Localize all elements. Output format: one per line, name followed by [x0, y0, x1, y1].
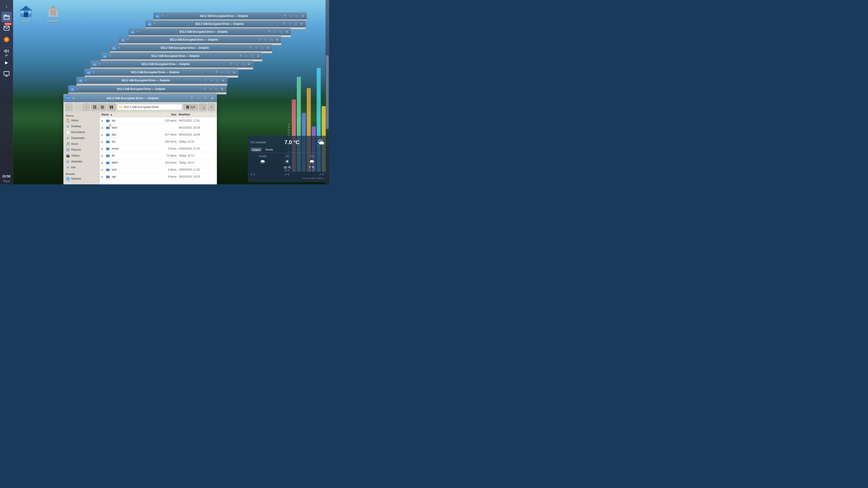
expand-icon[interactable]: ▶ — [101, 162, 105, 164]
forward-button[interactable]: → — [74, 103, 81, 111]
desktop-icon-home[interactable]: Home — [16, 4, 36, 23]
sidebar-item-kde[interactable]: ⚙ kde — [64, 164, 99, 170]
table-row[interactable]: ▶ boot 06/12/2021 19:28 — [100, 124, 217, 131]
titlebar-menu-10[interactable]: ≡ — [76, 87, 80, 91]
titlebar-menu-7[interactable]: ≡ — [99, 62, 102, 66]
table-row[interactable]: ▶ bin 133 items 04/12/2021 17:01 — [100, 117, 217, 124]
up-button[interactable]: ↑ — [83, 103, 90, 111]
titlebar-help-5[interactable]: ? — [248, 46, 253, 50]
dolphin-window-4[interactable]: 🗂 ≡ 922.2 GiB Encrypted Drive — Dolphin … — [119, 36, 281, 45]
dolphin-window-9[interactable]: 🗂 ≡ 922.2 GiB Encrypted Drive — Dolphin … — [76, 77, 227, 86]
table-row[interactable]: ▶ dev 227 items 06/12/2021 19:29 — [100, 131, 217, 138]
path-bar[interactable]: 📁 922.2 GiB Encrypted Drive — [117, 104, 182, 110]
dolphin-window-3[interactable]: 🗂 ≡ 922.2 GiB Encrypted Drive — Dolphin … — [128, 28, 291, 37]
sidebar-item-desktop[interactable]: 🖥 Desktop — [64, 123, 99, 129]
weather-tab-3days[interactable]: 3 Days — [250, 148, 262, 151]
table-row[interactable]: ▶ etc 343 items Today, 16:16 — [100, 138, 217, 145]
back-button[interactable]: ← — [65, 103, 72, 111]
sidebar-item-network[interactable]: 🌐 Network — [64, 176, 99, 182]
titlebar-help-9[interactable]: ? — [203, 78, 208, 83]
expand-icon[interactable]: ▶ — [101, 168, 105, 171]
titlebar-menu-3[interactable]: ≡ — [137, 30, 141, 34]
table-row[interactable]: ▶ lib 72 items Today, 16:13 — [100, 152, 217, 159]
titlebar-minimize-8[interactable]: • — [220, 70, 224, 74]
titlebar-maximize-4[interactable]: □ — [269, 37, 274, 42]
expand-icon[interactable]: ▶ — [101, 140, 105, 143]
titlebar-help-8[interactable]: ? — [214, 70, 219, 74]
titlebar-minimize-4[interactable]: • — [263, 37, 268, 42]
titlebar-maximize-5[interactable]: □ — [260, 46, 265, 50]
search-button[interactable]: 🔍 — [199, 103, 206, 111]
titlebar-help-6[interactable]: ? — [238, 54, 243, 58]
titlebar-maximize-1[interactable]: □ — [294, 14, 299, 18]
titlebar-close-8[interactable]: ✕ — [232, 70, 236, 74]
titlebar-close-1[interactable]: ✕ — [301, 14, 305, 18]
taskbar-display-icon[interactable] — [1, 69, 12, 79]
main-help-btn[interactable]: ? — [189, 96, 194, 101]
titlebar-help-2[interactable]: ? — [282, 22, 286, 26]
titlebar-close-5[interactable]: ✕ — [266, 46, 270, 50]
taskbar-arrow[interactable]: › — [2, 2, 11, 11]
titlebar-maximize-9[interactable]: □ — [215, 78, 219, 83]
dolphin-window-1[interactable]: 🗂 ≡ 922.2 GiB Encrypted Drive — Dolphin … — [153, 12, 307, 22]
titlebar-menu-9[interactable]: ≡ — [85, 78, 88, 82]
sidebar-item-pictures[interactable]: 🖼 Pictures — [64, 147, 99, 153]
taskbar-filemanager-icon[interactable] — [1, 12, 12, 22]
titlebar-minimize-2[interactable]: • — [287, 22, 292, 26]
titlebar-minimize-9[interactable]: • — [209, 78, 214, 83]
main-minimize-btn[interactable]: • — [196, 96, 201, 101]
titlebar-minimize-6[interactable]: • — [244, 54, 249, 58]
titlebar-maximize-10[interactable]: □ — [214, 87, 219, 91]
titlebar-maximize-2[interactable]: □ — [293, 22, 298, 26]
expand-icon[interactable]: ▶ — [101, 148, 105, 150]
titlebar-menu-2[interactable]: ≡ — [154, 22, 157, 26]
scrollbar-thumb[interactable] — [326, 55, 329, 129]
main-close-btn[interactable]: ✕ — [210, 96, 215, 101]
table-row[interactable]: ▶ mnt 3 items 03/03/2021 11:52 — [100, 166, 217, 173]
taskbar-email-icon[interactable]: 9,999+ — [1, 23, 12, 33]
sidebar-item-documents[interactable]: 📄 Documents — [64, 129, 99, 135]
name-column-header[interactable]: Name ▲ — [101, 113, 156, 116]
titlebar-menu-5[interactable]: ≡ — [118, 46, 122, 50]
dolphin-window-6[interactable]: 🗂 ≡ 922.2 GiB Encrypted Drive — Dolphin … — [101, 53, 262, 61]
weather-tab-details[interactable]: Details — [264, 148, 275, 151]
desktop-icon-wastebin[interactable]: Wastebin — [43, 4, 63, 23]
titlebar-minimize-10[interactable]: • — [208, 87, 213, 91]
dolphin-window-7[interactable]: 🗂 ≡ 922.2 GiB Encrypted Drive — Dolphin … — [90, 61, 253, 70]
sidebar-item-downloads[interactable]: ⬇ Downloads — [64, 135, 99, 141]
table-row[interactable]: ▶ ! opt 9 items 29/10/2021 19:25 — [100, 173, 217, 180]
titlebar-help-1[interactable]: ? — [283, 14, 287, 18]
titlebar-menu-6[interactable]: ≡ — [109, 54, 113, 58]
titlebar-maximize-7[interactable]: □ — [241, 62, 245, 66]
expand-icon[interactable]: ▶ — [101, 127, 105, 129]
sidebar-item-wastebin[interactable]: 🗑 Wastebin — [64, 159, 99, 164]
titlebar-menu-1[interactable]: ≡ — [162, 14, 165, 18]
expand-icon[interactable]: ▶ — [101, 133, 105, 136]
titlebar-minimize-5[interactable]: • — [254, 46, 258, 50]
titlebar-minimize-7[interactable]: • — [235, 62, 239, 66]
titlebar-menu-4[interactable]: ≡ — [127, 38, 131, 41]
table-row[interactable]: ▶ home 2 items 03/03/2021 11:52 — [100, 145, 217, 152]
titlebar-maximize-3[interactable]: □ — [279, 30, 283, 34]
titlebar-close-9[interactable]: ✕ — [221, 78, 225, 83]
dolphin-main-menu-icon[interactable]: ≡ — [72, 96, 76, 100]
titlebar-menu-8[interactable]: ≡ — [93, 70, 96, 74]
titlebar-help-7[interactable]: ? — [229, 62, 234, 66]
modified-column-header[interactable]: Modified — [179, 113, 215, 116]
titlebar-help-10[interactable]: ? — [202, 87, 207, 91]
split-view-button[interactable] — [107, 103, 116, 111]
split-button[interactable]: Split — [184, 104, 198, 110]
dolphin-window-5[interactable]: 🗂 ≡ 922.2 GiB Encrypted Drive — Dolphin … — [110, 44, 272, 53]
titlebar-maximize-6[interactable]: □ — [250, 54, 254, 58]
size-column-header[interactable]: Size — [156, 113, 179, 116]
menu-button[interactable]: ≡ — [208, 103, 215, 111]
titlebar-maximize-8[interactable]: □ — [226, 70, 230, 74]
titlebar-help-3[interactable]: ? — [267, 30, 272, 34]
dolphin-window-10[interactable]: 🗂 ≡ 922.2 GiB Encrypted Drive — Dolphin … — [68, 86, 226, 94]
titlebar-minimize-3[interactable]: • — [273, 30, 277, 34]
expand-icon[interactable]: ▶ — [101, 175, 105, 178]
expand-icon[interactable]: ▶ — [101, 155, 105, 157]
main-maximize-btn[interactable]: □ — [203, 96, 208, 101]
list-view-button[interactable] — [99, 103, 106, 111]
dolphin-window-8[interactable]: 🗂 ≡ 922.2 GiB Encrypted Drive — Dolphin … — [85, 69, 238, 78]
